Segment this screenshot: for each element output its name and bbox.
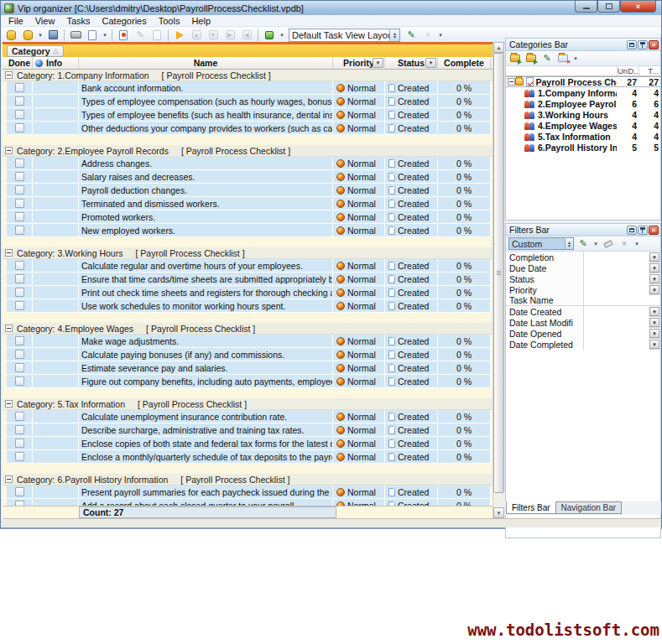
task-done-cell[interactable] <box>7 375 33 387</box>
complete-task-button[interactable] <box>172 28 187 42</box>
delete-category-button[interactable]: × <box>556 53 570 65</box>
task-name-cell[interactable]: Other deductions your company provides t… <box>79 122 333 134</box>
task-done-cell[interactable] <box>7 361 33 374</box>
task-done-cell[interactable] <box>7 81 33 94</box>
panel-close-button[interactable]: × <box>649 40 659 49</box>
task-done-cell[interactable] <box>7 348 33 361</box>
group-header-row[interactable]: Category: 1.Company Information[ Payroll… <box>3 70 493 81</box>
task-status-cell[interactable]: Created <box>385 361 438 374</box>
filter-value-field[interactable] <box>584 317 649 328</box>
total-column-header[interactable]: T... <box>639 66 660 75</box>
task-done-cell[interactable] <box>7 299 33 312</box>
task-status-cell[interactable]: Created <box>385 286 438 299</box>
task-priority-cell[interactable]: Normal <box>333 108 385 121</box>
task-row[interactable]: Figure out company benefits, including a… <box>7 375 491 388</box>
task-name-cell[interactable]: Make wage adjustments. <box>79 335 333 347</box>
task-row[interactable]: Describe surcharge, administrative and t… <box>7 423 491 437</box>
task-row[interactable]: Calculate regular and overtime hours of … <box>7 259 491 273</box>
task-name-cell[interactable]: Address changes. <box>79 157 333 169</box>
task-complete-cell[interactable]: 0 % <box>438 499 491 506</box>
task-row[interactable]: Make wage adjustments.NormalCreated0 % <box>7 335 491 348</box>
task-complete-cell[interactable]: 0 % <box>438 375 491 387</box>
task-row[interactable]: Promoted workers.NormalCreated0 % <box>7 210 491 224</box>
panel-pin-button[interactable] <box>638 226 648 235</box>
task-priority-cell[interactable]: Normal <box>333 197 385 210</box>
collapse-group-icon[interactable] <box>5 147 13 154</box>
task-row[interactable]: Address changes.NormalCreated0 % <box>7 157 491 170</box>
task-checkbox[interactable] <box>15 96 24 106</box>
filter-row[interactable]: Task Name <box>506 295 660 306</box>
apply-filter-button[interactable]: ✎ <box>576 238 590 250</box>
filter-value-field[interactable] <box>584 273 649 284</box>
delete-filter-button[interactable]: × <box>618 238 631 250</box>
outdent-button[interactable]: ◀ <box>239 28 254 42</box>
task-done-cell[interactable] <box>7 259 33 272</box>
task-done-cell[interactable] <box>7 157 33 169</box>
task-complete-cell[interactable]: 0 % <box>438 273 491 285</box>
collapse-group-icon[interactable] <box>5 475 13 483</box>
task-complete-cell[interactable]: 0 % <box>438 170 491 183</box>
task-status-cell[interactable]: Created <box>385 157 438 169</box>
task-checkbox[interactable] <box>15 274 24 283</box>
task-checkbox[interactable] <box>15 110 24 119</box>
task-checkbox[interactable] <box>15 123 24 132</box>
task-row[interactable]: Salary raises and decreases.NormalCreate… <box>7 170 491 184</box>
print-dropdown-icon[interactable]: ▾ <box>102 32 108 39</box>
priority-filter-dropdown-icon[interactable]: ▼ <box>373 58 383 68</box>
print-preview-button[interactable] <box>85 28 100 42</box>
task-done-cell[interactable] <box>7 499 33 506</box>
task-status-cell[interactable]: Created <box>385 423 438 436</box>
task-name-cell[interactable]: Terminated and dismissed workers. <box>79 197 333 210</box>
task-priority-cell[interactable]: Normal <box>333 410 385 423</box>
task-complete-cell[interactable]: 0 % <box>438 224 491 236</box>
task-status-cell[interactable]: Created <box>385 170 438 183</box>
task-status-cell[interactable]: Created <box>385 184 438 196</box>
filter-row[interactable]: Date Created▼ <box>506 306 660 317</box>
panel-pin-button[interactable] <box>638 40 648 49</box>
task-complete-cell[interactable]: 0 % <box>438 210 491 223</box>
edit-task-button[interactable]: ✎ <box>133 28 148 42</box>
task-done-cell[interactable] <box>7 184 33 196</box>
menu-tasks[interactable]: Tasks <box>60 16 96 26</box>
task-complete-cell[interactable]: 0 % <box>438 95 491 107</box>
task-done-cell[interactable] <box>7 437 33 449</box>
task-checkbox[interactable] <box>15 185 24 195</box>
task-checkbox[interactable] <box>15 439 24 448</box>
group-by-category-button[interactable]: Category △ <box>7 45 64 57</box>
scroll-down-icon[interactable]: ▼ <box>493 507 504 518</box>
task-priority-cell[interactable]: Normal <box>333 437 385 449</box>
filters-toolbar-overflow-icon[interactable]: ▾ <box>633 241 640 247</box>
collapse-group-icon[interactable] <box>5 325 13 332</box>
collapse-group-icon[interactable] <box>5 400 13 408</box>
task-row[interactable]: Enclose copies of both state and federal… <box>7 437 491 450</box>
column-header-status[interactable]: Status ▼ <box>385 57 438 69</box>
toolbar-overflow-icon[interactable]: ▾ <box>279 32 285 39</box>
task-priority-cell[interactable]: Normal <box>333 486 385 498</box>
task-row[interactable]: Print out check time sheets and register… <box>7 286 491 299</box>
task-priority-cell[interactable]: Normal <box>333 210 385 223</box>
task-status-cell[interactable]: Created <box>385 273 438 285</box>
task-done-cell[interactable] <box>7 286 33 299</box>
task-priority-cell[interactable]: Normal <box>333 157 385 169</box>
task-name-cell[interactable]: Print out check time sheets and register… <box>79 286 333 299</box>
task-priority-cell[interactable]: Normal <box>333 184 385 196</box>
task-checkbox[interactable] <box>15 377 24 386</box>
filter-dropdown-icon[interactable]: ▼ <box>649 340 659 349</box>
move-up-button[interactable]: ▲ <box>189 28 204 42</box>
task-priority-cell[interactable]: Normal <box>333 170 385 183</box>
panel-close-button[interactable]: × <box>649 226 659 235</box>
task-status-cell[interactable]: Created <box>385 299 438 312</box>
task-priority-cell[interactable]: Normal <box>333 273 385 285</box>
task-status-cell[interactable]: Created <box>385 122 438 134</box>
task-priority-cell[interactable]: Normal <box>333 224 385 236</box>
task-row[interactable]: Estimate severance pay and salaries.Norm… <box>7 361 491 375</box>
column-header-priority[interactable]: Priority ▼ <box>333 57 385 69</box>
group-header-row[interactable]: Category: 3.Working Hours[ Payroll Proce… <box>3 247 493 259</box>
undone-column-header[interactable]: UnD... <box>617 66 639 75</box>
task-checkbox[interactable] <box>15 288 24 297</box>
tree-item[interactable]: 4.Employee Wages44 <box>506 120 660 131</box>
task-priority-cell[interactable]: Normal <box>333 450 385 463</box>
task-row[interactable]: Calculate unemployment insurance contrib… <box>7 410 491 423</box>
menu-categories[interactable]: Categories <box>96 16 153 26</box>
save-layout-button[interactable]: ✎ <box>404 28 419 42</box>
